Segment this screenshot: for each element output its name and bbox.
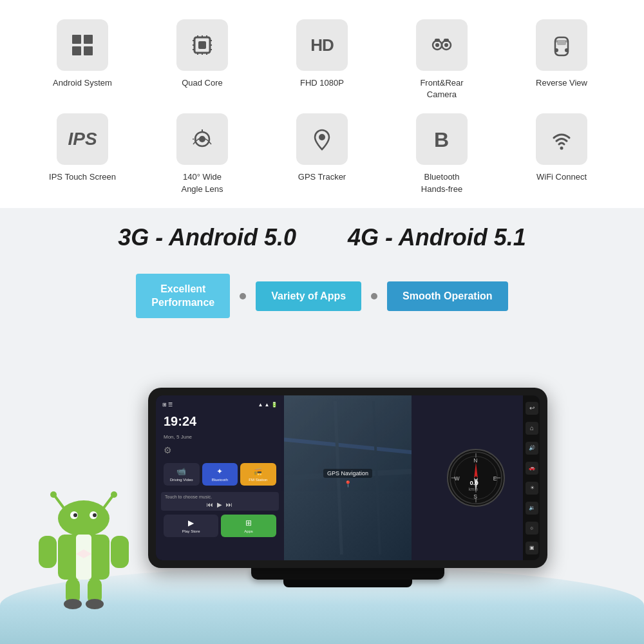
svg-point-26 bbox=[554, 48, 558, 52]
feature-bluetooth: B Bluetooth Hands-free bbox=[385, 113, 498, 194]
svg-point-45 bbox=[93, 513, 97, 517]
svg-point-31 bbox=[199, 136, 205, 142]
perf-tag-smooth: Smooth Operation bbox=[387, 281, 508, 311]
bottom-apps: ▶ Play Store ⊞ Apps bbox=[161, 515, 279, 537]
screen-left-panel: ⊞ ☰ ▲ ▲ 🔋 19:24 Mon, 5 June ⚙ 📹 Driving … bbox=[156, 395, 284, 560]
gps-icon-box bbox=[296, 113, 348, 165]
svg-rect-23 bbox=[444, 39, 449, 42]
apps-grid: 📹 Driving Video ✦ Bluetooth 📻 FM Station bbox=[161, 460, 279, 488]
gps-pin-icon: 📍 bbox=[344, 480, 352, 488]
svg-point-34 bbox=[319, 134, 325, 140]
compass: N E S W 0.0 km/h bbox=[447, 449, 505, 507]
brightness-down-btn[interactable]: ☼ bbox=[526, 522, 538, 535]
android-system-label: Android System bbox=[53, 77, 112, 89]
next-btn[interactable]: ⏭ bbox=[226, 501, 232, 508]
feature-android-system: Android System bbox=[26, 19, 139, 100]
ips-text-icon: IPS bbox=[68, 129, 97, 149]
screen-date: Mon, 5 June bbox=[161, 434, 279, 440]
status-icons: ⊞ ☰ bbox=[162, 402, 173, 408]
svg-text:N: N bbox=[473, 457, 477, 464]
front-rear-camera-label: Front&Rear Camera bbox=[420, 77, 463, 100]
device-base bbox=[251, 568, 444, 580]
perf-dot-2 bbox=[371, 293, 377, 299]
apps-icon: ⊞ bbox=[245, 518, 252, 527]
music-hint: Touch to choose music. bbox=[165, 495, 275, 499]
hd-text-icon: HD bbox=[310, 35, 334, 55]
feature-front-rear-camera: Front&Rear Camera bbox=[385, 19, 498, 100]
svg-point-27 bbox=[565, 48, 569, 52]
svg-point-54 bbox=[86, 599, 104, 609]
svg-rect-5 bbox=[198, 41, 206, 49]
back-btn[interactable]: ↩ bbox=[526, 402, 538, 415]
bluetooth-icon: B bbox=[428, 125, 456, 153]
play-store-icon: ▶ bbox=[188, 518, 194, 527]
vol-up-btn[interactable]: 🔊 bbox=[526, 442, 538, 455]
gps-tracker-label: GPS Tracker bbox=[298, 171, 346, 183]
svg-text:0.0: 0.0 bbox=[469, 480, 478, 487]
apps-tile: ⊞ Apps bbox=[221, 515, 276, 537]
svg-point-40 bbox=[111, 491, 117, 498]
vol-down-btn[interactable]: 🔉 bbox=[526, 502, 538, 515]
brightness-btn[interactable]: ☀ bbox=[526, 482, 538, 495]
wifi-label: WiFi Connect bbox=[536, 171, 587, 183]
svg-rect-50 bbox=[111, 536, 129, 568]
android-system-icon-box bbox=[57, 19, 108, 71]
svg-rect-0 bbox=[72, 35, 81, 44]
device-section: ⊞ ☰ ▲ ▲ 🔋 19:24 Mon, 5 June ⚙ 📹 Driving … bbox=[0, 331, 644, 644]
fm-icon: 📻 bbox=[253, 467, 263, 476]
svg-text:W: W bbox=[454, 475, 460, 482]
play-btn[interactable]: ▶ bbox=[217, 501, 222, 508]
side-controls: ↩ ⌂ 🔊 🚗 ☀ 🔉 ☼ ▣ bbox=[523, 395, 540, 560]
feature-wide-angle: 140° Wide Angle Lens bbox=[146, 113, 259, 194]
svg-rect-49 bbox=[39, 536, 57, 568]
robot-svg bbox=[19, 489, 148, 631]
car-btn[interactable]: 🚗 bbox=[526, 462, 538, 475]
home-btn[interactable]: ⌂ bbox=[526, 422, 538, 435]
bluetooth-tile: ✦ Bluetooth bbox=[202, 463, 238, 486]
driving-video-icon: 📹 bbox=[176, 467, 186, 476]
prev-btn[interactable]: ⏮ bbox=[207, 501, 213, 508]
svg-point-44 bbox=[73, 513, 77, 517]
svg-point-19 bbox=[435, 43, 439, 47]
perf-dot-1 bbox=[240, 293, 246, 299]
android-system-icon bbox=[68, 31, 97, 59]
fhd-label: FHD 1080P bbox=[300, 77, 344, 89]
front-rear-camera-icon-box bbox=[416, 19, 468, 71]
wifi-icon-box bbox=[536, 113, 587, 165]
reverse-view-icon-box bbox=[536, 19, 587, 71]
reverse-view-label: Reverse View bbox=[536, 77, 587, 89]
features-section: Android System bbox=[0, 0, 644, 208]
svg-line-37 bbox=[55, 496, 64, 509]
perf-tag-excellent: Excellent Performance bbox=[136, 274, 230, 319]
fm-station-tile: 📻 FM Station bbox=[240, 463, 276, 486]
screen-middle-panel: GPS Navigation 📍 bbox=[284, 395, 412, 560]
wide-angle-label: 140° Wide Angle Lens bbox=[181, 171, 223, 194]
ips-icon-box: IPS bbox=[57, 113, 108, 165]
settings-row: ⚙ bbox=[161, 444, 279, 457]
feature-reverse-view: Reverse View bbox=[505, 19, 618, 100]
bluetooth-label: Bluetooth Hands-free bbox=[421, 171, 462, 194]
feature-gps-tracker: GPS Tracker bbox=[265, 113, 379, 194]
svg-line-58 bbox=[374, 401, 380, 554]
device-screen: ⊞ ☰ ▲ ▲ 🔋 19:24 Mon, 5 June ⚙ 📹 Driving … bbox=[156, 395, 540, 560]
svg-text:B: B bbox=[434, 128, 449, 151]
compass-svg: N E S W 0.0 km/h bbox=[448, 449, 504, 507]
android-section: 3G - Android 5.0 4G - Android 5.1 bbox=[0, 208, 644, 267]
apps-label: Apps bbox=[244, 529, 253, 533]
settings-gear: ⚙ bbox=[164, 445, 172, 455]
signal-icons: ▲ ▲ 🔋 bbox=[258, 402, 277, 408]
svg-point-21 bbox=[444, 43, 448, 47]
svg-point-28 bbox=[555, 40, 558, 43]
device-frame: ⊞ ☰ ▲ ▲ 🔋 19:24 Mon, 5 June ⚙ 📹 Driving … bbox=[148, 388, 547, 568]
quad-core-label: Quad Core bbox=[182, 77, 223, 89]
bluetooth-app-icon: ✦ bbox=[216, 467, 223, 476]
gps-background: GPS Navigation 📍 bbox=[284, 395, 412, 560]
menu-btn[interactable]: ▣ bbox=[526, 542, 538, 554]
fhd-icon-box: HD bbox=[296, 19, 348, 71]
front-rear-camera-icon bbox=[428, 31, 456, 59]
music-bar: Touch to choose music. ⏮ ▶ ⏭ bbox=[161, 492, 279, 511]
wide-angle-icon bbox=[188, 125, 216, 153]
svg-point-53 bbox=[64, 599, 82, 609]
play-store-label: Play Store bbox=[182, 529, 200, 533]
feature-wifi: WiFi Connect bbox=[505, 113, 618, 194]
